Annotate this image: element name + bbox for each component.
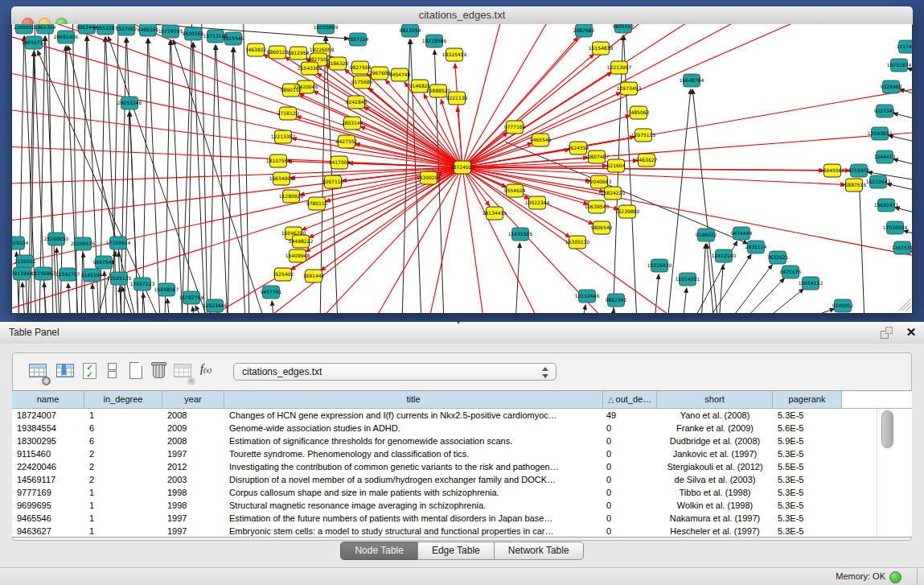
table-cell: 1 [84, 486, 162, 499]
column-header-short[interactable]: short [657, 391, 773, 408]
graph-node-label: 9417004 [329, 159, 351, 165]
graph-node-label: 15134415 [483, 210, 507, 216]
column-header-title[interactable]: title [224, 391, 603, 408]
table-row[interactable]: 1872400712008Changes of HCN gene express… [12, 409, 912, 422]
table-cell: Wolkin et al. (1998) [657, 499, 773, 512]
citation-network-graph[interactable]: 2260650196130420691406140557129063444106… [12, 24, 912, 313]
graph-node-label: 3624554 [568, 145, 589, 150]
sort-ascending-icon: △ [608, 395, 614, 404]
application-window: citations_edges.txt 22606501961304206914… [0, 0, 924, 585]
graph-node-label: 17016504 [883, 225, 908, 230]
float-window-icon[interactable] [881, 327, 893, 340]
table-row[interactable]: 969969511998Structural magnetic resonanc… [12, 499, 912, 512]
column-header-in_degree[interactable]: in_degree [84, 391, 162, 408]
graph-node-label: 2087682 [573, 27, 595, 33]
column-header-name[interactable]: name [12, 391, 84, 408]
graph-node-label: 9554624 [504, 187, 526, 193]
graph-node-label: 9097548 [93, 259, 115, 265]
graph-node-label: 2135051 [14, 258, 36, 264]
table-cell: Nakamura et al. (1997) [657, 512, 773, 525]
graph-node-label: 9196022 [696, 232, 717, 237]
column-header-pagerank[interactable]: pagerank [773, 391, 842, 408]
table-cell: Yano et al. (2008) [657, 409, 773, 422]
delete-selected-icon[interactable] [147, 359, 170, 383]
new-table-icon[interactable] [125, 359, 147, 383]
table-cell: Stergiakouli et al. (2012) [657, 460, 773, 473]
table-row[interactable]: 1938455462009Genome-wide association stu… [12, 422, 912, 435]
tab-edge-table[interactable]: Edge Table [417, 542, 495, 560]
table-row[interactable]: 977716911998Corpus callosum shape and si… [12, 486, 912, 499]
graph-node-label: 10653287 [93, 25, 118, 31]
table-cell: 0 [603, 486, 657, 499]
select-all-icon[interactable]: ✓✓ [79, 359, 101, 383]
graph-node-label: 10719195 [158, 28, 183, 34]
graph-node-label: 15929104 [12, 240, 28, 245]
graph-node-label: 9474444 [731, 230, 753, 236]
graph-node-label: 8860123 [267, 49, 289, 55]
graph-node-label: 16409948 [285, 253, 310, 258]
graph-node-label: 18325419 [442, 51, 467, 57]
graph-node-label: 7515546 [223, 35, 244, 41]
graph-node-label: 14055712 [22, 39, 47, 45]
close-panel-icon[interactable]: ✕ [904, 324, 918, 340]
graph-node-label: 11280926 [279, 193, 304, 199]
column-header-out_de[interactable]: △out_de… [603, 391, 657, 408]
graph-node-label: 17957223 [130, 281, 155, 286]
graph-node-label: 16154838 [589, 45, 614, 51]
graph-node-label: 9175685 [351, 79, 373, 84]
table-panel-title: Table Panel [9, 322, 60, 344]
table-cell: de Silva et al. (2003) [657, 473, 773, 486]
graph-node-label: 8221139 [446, 95, 468, 101]
memory-status-indicator-icon[interactable] [889, 571, 901, 583]
table-row[interactable]: 2242004622012Investigating the contribut… [12, 460, 912, 473]
graph-node-label: 10807487 [585, 154, 610, 159]
table-cell: 0 [603, 447, 657, 460]
column-header-year[interactable]: year [162, 391, 224, 408]
table-row[interactable]: 1830029562008Estimation of significance … [12, 435, 912, 447]
table-row[interactable]: 946362711997Embryonic stem cells: a mode… [12, 525, 912, 538]
status-bar: Memory: OK [0, 567, 924, 585]
table-cell: 6 [84, 422, 162, 435]
splitter-handle-icon[interactable]: ▾ [457, 319, 460, 326]
graph-node-label: 18724007 [450, 164, 475, 170]
table-row[interactable]: 1456911722003Disruption of a novel membe… [12, 473, 912, 486]
table-row[interactable]: 911546021997Tourette syndrome. Phenomeno… [12, 447, 912, 460]
table-cell: 1 [84, 512, 162, 525]
window-titlebar[interactable]: citations_edges.txt [11, 6, 913, 25]
delete-table-icon: ✕ [171, 359, 194, 383]
graph-node-label: 16046790 [281, 230, 306, 236]
graph-node-label: 9862342 [606, 297, 627, 303]
graph-node-label: 8813054 [400, 27, 421, 33]
desktop-background: citations_edges.txt 22606501961304206914… [0, 0, 924, 322]
table-cell: Disruption of a novel member of a sodium… [224, 473, 603, 486]
unselect-all-icon[interactable] [101, 359, 123, 383]
header-filler [842, 391, 912, 408]
table-selector-dropdown[interactable]: citations_edges.txt [233, 363, 556, 381]
tab-node-table[interactable]: Node Table [340, 542, 418, 560]
graph-node-label: 19654908 [269, 175, 294, 181]
column-visibility-icon[interactable] [54, 359, 76, 383]
table-cell: 2008 [162, 435, 224, 447]
graph-node-label: 2718120 [277, 110, 299, 116]
node-attribute-table: namein_degreeyeartitle△out_de…shortpager… [12, 390, 912, 538]
memory-status-label: Memory: OK [836, 568, 885, 585]
table-cell: 9777169 [12, 486, 84, 499]
table-cell: 5.3E-5 [773, 409, 842, 422]
table-cell: 19384554 [12, 422, 84, 435]
graph-node-label: 12975115 [631, 132, 656, 138]
table-cell: 9463627 [12, 525, 84, 538]
network-canvas[interactable]: 2260650196130420691406140557129063444106… [12, 24, 912, 313]
table-cell: Estimation of the future numbers of pati… [224, 512, 603, 525]
table-cell: 1 [84, 499, 162, 512]
tab-network-table[interactable]: Network Table [494, 542, 584, 560]
table-cell: Genome-wide association studies in ADHD. [224, 422, 603, 435]
function-builder-icon[interactable]: f(x) [199, 359, 221, 383]
table-cell: 5.9E-5 [773, 435, 842, 447]
vertical-scrollbar-thumb[interactable] [881, 410, 893, 448]
graph-node-label: 2803144 [342, 120, 363, 126]
graph-node-label: 20053346 [117, 100, 142, 105]
table-row[interactable]: 946554611997Estimation of the future num… [12, 512, 912, 525]
table-settings-icon[interactable] [27, 359, 49, 383]
graph-node-label: 18300295 [417, 175, 441, 180]
table-cell: Jankovic et al. (1997) [657, 447, 773, 460]
